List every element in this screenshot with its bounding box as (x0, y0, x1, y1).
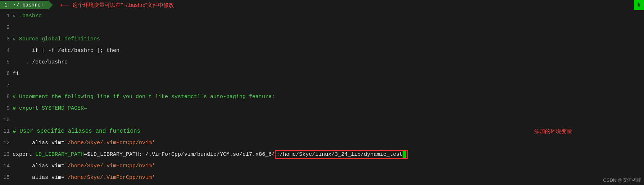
annotation-line11: 添加的环境变量 (534, 128, 572, 135)
tab-bar: 1: ~/.bashrc+ ⟵ 这个环境变量可以在"~/.bashrc"文件中修… (0, 0, 644, 10)
line-content-4: if [ -f /etc/bashrc ]; then (13, 41, 644, 60)
line-num-10: 10 (0, 117, 13, 123)
line-content-15: alias vim='/home/Skye/.VimForCpp/nvim' (13, 168, 644, 185)
code-line-11: 11 # User specific aliases and functions… (0, 125, 644, 137)
line-num-15: 15 (0, 175, 13, 181)
line-num-11: 11 (0, 128, 13, 135)
code-line-8: 8 # Uncomment the following line if you … (0, 91, 644, 102)
line-num-12: 12 (0, 140, 13, 146)
top-annotation: ⟵ 这个环境变量可以在"~/.bashrc"文件中修改 (60, 1, 174, 9)
code-line-2: 2 (0, 22, 644, 33)
line-content-6: fi (13, 71, 644, 77)
code-line-6: 6 fi (0, 68, 644, 79)
top-right-indicator: b (634, 0, 644, 10)
kw-if: if (32, 48, 38, 54)
line-content-1: # .bashrc (13, 13, 644, 19)
tab-label: 1: ~/.bashrc+ (4, 2, 44, 8)
line-num-9: 9 (0, 105, 13, 111)
code-line-9: 9 # export SYSTEMD_PAGER= (0, 102, 644, 114)
code-line-10: 10 (0, 114, 644, 125)
code-line-15: 15 alias vim='/home/Skye/.VimForCpp/nvim… (0, 172, 644, 183)
line-num-1: 1 (0, 13, 13, 19)
highlighted-path: :/home/Skye/linux/3_24_lib/dynamic_test (275, 150, 408, 159)
line-num-3: 3 (0, 36, 13, 42)
line-num-2: 2 (0, 25, 13, 31)
tab-arrow (48, 0, 53, 10)
line-num-14: 14 (0, 163, 13, 169)
line-content-13: export LD_LIBRARY_PATH=$LD_LIBRARY_PATH:… (13, 150, 644, 159)
code-line-13: 13 export LD_LIBRARY_PATH=$LD_LIBRARY_PA… (0, 149, 644, 160)
line-num-4: 4 (0, 48, 13, 54)
line-num-8: 8 (0, 94, 13, 100)
line-content-9: # export SYSTEMD_PAGER= (13, 105, 644, 111)
code-line-1: 1 # .bashrc (0, 10, 644, 22)
line-content-5: . /etc/bashrc (13, 59, 644, 65)
arrow-icon: ⟵ (60, 1, 69, 9)
watermark: CSDN @安河桥畔 (603, 177, 641, 184)
annotation-top-text: 这个环境变量可以在"~/.bashrc"文件中修改 (72, 2, 174, 9)
code-line-4: 4 if [ -f /etc/bashrc ]; then (0, 45, 644, 56)
active-tab[interactable]: 1: ~/.bashrc+ (0, 1, 48, 9)
line-content-8: # Uncomment the following line if you do… (13, 94, 644, 100)
cursor (403, 151, 406, 158)
code-line-7: 7 (0, 79, 644, 91)
editor-body: 1 # .bashrc 2 3 # Source global definiti… (0, 10, 644, 183)
line-num-6: 6 (0, 71, 13, 77)
code-line-12: 12 alias vim='/home/Skye/.VimForCpp/nvim… (0, 137, 644, 149)
line-num-5: 5 (0, 59, 13, 65)
line-num-13: 13 (0, 151, 13, 158)
line-num-7: 7 (0, 82, 13, 88)
